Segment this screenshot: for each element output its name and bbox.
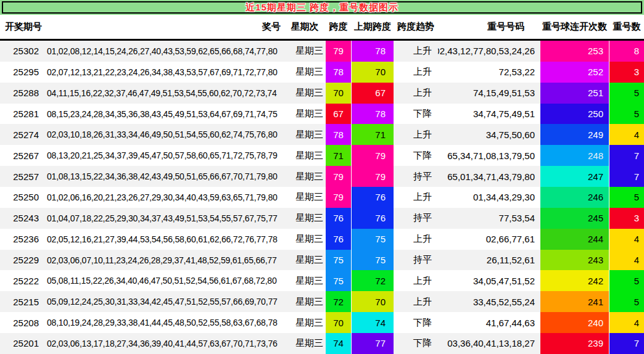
span-cell: 70 bbox=[326, 312, 351, 333]
span-cell: 74 bbox=[326, 333, 351, 354]
repeat-count-cell: 4 bbox=[609, 312, 644, 333]
table-row: 25215 05,09,12,24,25,30,31,33,34,42,45,4… bbox=[0, 291, 644, 312]
repeat-numbers-cell: 34,05,47,51,52 bbox=[438, 270, 540, 291]
span-trend-cell: 上升 bbox=[394, 291, 438, 312]
span-cell: 79 bbox=[326, 187, 351, 208]
winning-numbers-cell: 08,10,19,24,28,29,33,38,41,44,45,48,50,5… bbox=[43, 312, 284, 333]
winning-numbers-cell: 05,09,12,24,25,30,31,33,34,42,45,47,51,5… bbox=[43, 291, 284, 312]
winning-numbers-cell: 02,07,12,13,21,22,23,24,26,34,38,43,53,5… bbox=[43, 62, 284, 83]
span-trend-cell: 上升 bbox=[394, 41, 438, 62]
period-cell: 25201 bbox=[0, 333, 43, 354]
span-trend-cell: 上升 bbox=[394, 83, 438, 104]
weekday-cell: 星期三 bbox=[284, 83, 326, 104]
span-trend-cell: 持平 bbox=[394, 208, 438, 229]
col-header-repeat-streak: 重号球连开次数 bbox=[540, 21, 609, 33]
weekday-cell: 星期三 bbox=[284, 250, 326, 271]
repeat-streak-cell: 239 bbox=[540, 333, 609, 354]
weekday-cell: 星期三 bbox=[284, 145, 326, 166]
span-trend-cell: 上升 bbox=[394, 270, 438, 291]
winning-numbers-cell: 02,03,10,18,26,31,33,34,46,49,50,51,54,5… bbox=[43, 124, 284, 145]
period-cell: 25257 bbox=[0, 166, 43, 187]
prev-span-cell: 75 bbox=[351, 229, 394, 250]
weekday-cell: 星期三 bbox=[284, 104, 326, 125]
span-trend-cell: 上升 bbox=[394, 124, 438, 145]
period-cell: 25281 bbox=[0, 104, 43, 125]
winning-numbers-cell: 01,04,07,18,22,25,29,30,34,37,43,49,51,5… bbox=[43, 208, 284, 229]
weekday-cell: 星期三 bbox=[284, 312, 326, 333]
weekday-cell: 星期三 bbox=[284, 41, 326, 62]
prev-span-cell: 70 bbox=[351, 62, 394, 83]
period-cell: 25215 bbox=[0, 291, 43, 312]
title-bar: 近15期星期三 跨度，重号数据图示 bbox=[0, 0, 644, 15]
prev-span-cell: 70 bbox=[351, 291, 394, 312]
repeat-count-cell: 5 bbox=[609, 291, 644, 312]
col-header-span-trend: 跨度趋势 bbox=[394, 21, 438, 33]
table-row: 25236 02,05,12,16,21,27,39,44,53,54,56,5… bbox=[0, 229, 644, 250]
repeat-numbers-cell: 41,67,44,63 bbox=[438, 312, 540, 333]
span-cell: 75 bbox=[326, 250, 351, 271]
table-row: 25229 02,03,06,07,10,11,23,24,26,28,29,3… bbox=[0, 250, 644, 271]
repeat-streak-cell: 252 bbox=[540, 62, 609, 83]
winning-numbers-cell: 02,03,06,07,10,11,23,24,26,28,29,37,41,4… bbox=[43, 250, 284, 271]
span-cell: 79 bbox=[326, 166, 351, 187]
winning-numbers-cell: 05,08,11,15,22,26,34,40,46,47,50,51,52,5… bbox=[43, 270, 284, 291]
repeat-numbers-cell: 01,34,43,29,30 bbox=[438, 187, 540, 208]
repeat-streak-cell: 244 bbox=[540, 229, 609, 250]
lottery-span-table-page: 近15期星期三 跨度，重号数据图示 开奖期号 奖号 星期次 跨度 上期跨度 跨度… bbox=[0, 0, 644, 354]
prev-span-cell: 75 bbox=[351, 250, 394, 271]
repeat-numbers-cell: 26,11,52,61 bbox=[438, 250, 540, 271]
period-cell: 25295 bbox=[0, 62, 43, 83]
period-cell: 25302 bbox=[0, 41, 43, 62]
span-cell: 76 bbox=[326, 208, 351, 229]
prev-span-cell: 79 bbox=[351, 166, 394, 187]
span-cell: 70 bbox=[326, 83, 351, 104]
repeat-count-cell: 7 bbox=[609, 166, 644, 187]
prev-span-cell: 79 bbox=[351, 145, 394, 166]
repeat-streak-cell: 248 bbox=[540, 145, 609, 166]
table-body: 25302 01,02,08,12,14,15,24,26,27,40,43,5… bbox=[0, 41, 644, 354]
repeat-numbers-cell: 77,53,54 bbox=[438, 208, 540, 229]
repeat-numbers-cell: 33,45,52,55,24 bbox=[438, 291, 540, 312]
prev-span-cell: 76 bbox=[351, 208, 394, 229]
table-row: 25222 05,08,11,15,22,26,34,40,46,47,50,5… bbox=[0, 270, 644, 291]
weekday-cell: 星期三 bbox=[284, 208, 326, 229]
weekday-cell: 星期三 bbox=[284, 187, 326, 208]
span-cell: 76 bbox=[326, 229, 351, 250]
table-row: 25295 02,07,12,13,21,22,23,24,26,34,38,4… bbox=[0, 62, 644, 83]
prev-span-cell: 74 bbox=[351, 312, 394, 333]
weekday-cell: 星期三 bbox=[284, 62, 326, 83]
table-header: 开奖期号 奖号 星期次 跨度 上期跨度 跨度趋势 重号号码 重号球连开次数 重号… bbox=[0, 15, 644, 41]
repeat-streak-cell: 251 bbox=[540, 83, 609, 104]
repeat-streak-cell: 247 bbox=[540, 166, 609, 187]
table-row: 25267 08,13,20,21,25,34,37,39,45,47,50,5… bbox=[0, 145, 644, 166]
repeat-count-cell: 5 bbox=[609, 270, 644, 291]
table-row: 25257 01,08,13,15,22,34,36,38,42,43,49,5… bbox=[0, 166, 644, 187]
span-trend-cell: 持平 bbox=[394, 250, 438, 271]
repeat-numbers-cell: 34,75,50,60 bbox=[438, 124, 540, 145]
span-cell: 67 bbox=[326, 104, 351, 125]
span-trend-cell: 上升 bbox=[394, 187, 438, 208]
table-row: 25274 02,03,10,18,26,31,33,34,46,49,50,5… bbox=[0, 124, 644, 145]
prev-span-cell: 71 bbox=[351, 124, 394, 145]
prev-span-cell: 78 bbox=[351, 41, 394, 62]
repeat-numbers-cell: 02,66,77,61 bbox=[438, 229, 540, 250]
repeat-count-cell: 3 bbox=[609, 62, 644, 83]
weekday-cell: 星期三 bbox=[284, 124, 326, 145]
col-header-numbers: 奖号 bbox=[43, 21, 284, 33]
table-row: 25250 01,02,06,16,20,21,23,26,27,29,30,3… bbox=[0, 187, 644, 208]
weekday-cell: 星期三 bbox=[284, 166, 326, 187]
winning-numbers-cell: 08,13,20,21,25,34,37,39,45,47,50,57,58,6… bbox=[43, 145, 284, 166]
repeat-count-cell: 5 bbox=[609, 83, 644, 104]
span-cell: 71 bbox=[326, 145, 351, 166]
table-row: 25281 08,15,23,24,28,34,35,36,38,43,45,4… bbox=[0, 104, 644, 125]
span-cell: 75 bbox=[326, 270, 351, 291]
prev-span-cell: 77 bbox=[351, 333, 394, 354]
repeat-numbers-cell: 02,43,12,77,80,53,24,26 bbox=[438, 41, 540, 62]
winning-numbers-cell: 01,08,13,15,22,34,36,38,42,43,49,50,51,6… bbox=[43, 166, 284, 187]
col-header-weekday: 星期次 bbox=[284, 21, 326, 33]
weekday-cell: 星期三 bbox=[284, 291, 326, 312]
repeat-streak-cell: 245 bbox=[540, 208, 609, 229]
repeat-numbers-cell: 03,36,40,41,13,18,27 bbox=[438, 333, 540, 354]
span-cell: 72 bbox=[326, 291, 351, 312]
col-header-period: 开奖期号 bbox=[0, 21, 43, 33]
